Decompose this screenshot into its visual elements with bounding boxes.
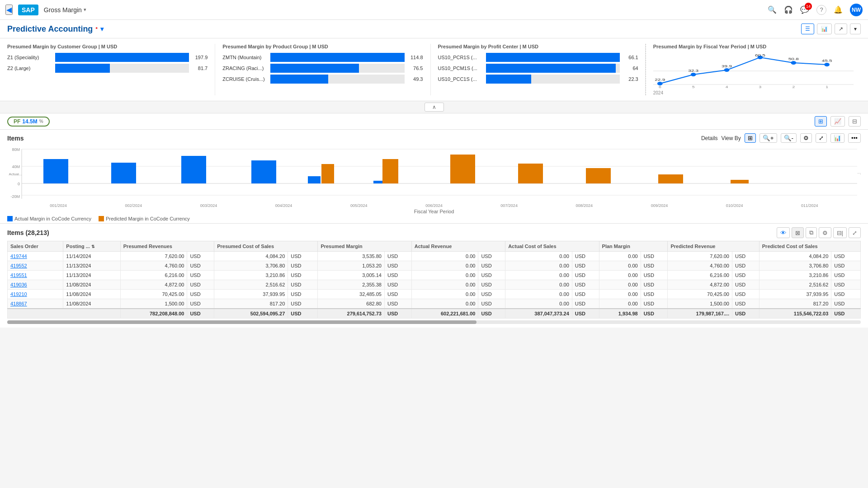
x-axis-labels: 001/2024 002/2024 003/2024 004/2024 005/…	[21, 203, 847, 208]
chat-icon[interactable]: 💬 14	[800, 5, 809, 14]
settings-btn[interactable]: ⚙	[800, 133, 812, 143]
kpi-label: Z2 (Large)	[7, 66, 52, 71]
kpi-bar-row: ZMTN (Mountain) 114.8	[222, 53, 423, 62]
legend-actual-label: Actual Margin in CoCode Currency	[14, 216, 91, 221]
table-row: 419036 11/08/2024 4,872.00 USD 2,516.62 …	[8, 280, 861, 290]
svg-text:-20M: -20M	[10, 194, 20, 199]
settings-btn2[interactable]: ⚙	[819, 227, 831, 238]
visibility-btn[interactable]: 👁	[777, 227, 790, 238]
bar-006-actual	[373, 181, 382, 183]
svg-text:6: 6	[659, 85, 661, 89]
search-icon[interactable]: 🔍	[768, 5, 777, 14]
kpi-label: Z1 (Speciality)	[7, 55, 52, 60]
more-btn[interactable]: •••	[848, 133, 861, 143]
collapse-section: ∧	[0, 101, 868, 113]
svg-text:Predic...: Predic...	[857, 172, 861, 176]
cell-posting: 11/14/2024	[63, 252, 120, 261]
items-filter-row: PF 14.5M % ⊞ 📈 ⊟	[0, 113, 868, 130]
scrollbar-thumb[interactable]	[7, 320, 476, 324]
share-btn[interactable]: ↗	[835, 23, 847, 34]
details-label: Details	[701, 135, 718, 141]
more-options-btn[interactable]: ▾	[850, 23, 861, 34]
chart-view-btn[interactable]: 📊	[817, 23, 832, 34]
svg-text:1: 1	[826, 85, 828, 89]
total-pres-rev: 782,208,848.00	[120, 309, 187, 319]
back-button[interactable]: ◀	[5, 5, 13, 15]
nav-title-chevron[interactable]: ▾	[84, 7, 86, 13]
bell-icon[interactable]: 🔔	[834, 5, 843, 14]
chart-area: 80M 40M 0 -20M 40M 20M 0 -10M	[7, 145, 861, 203]
page-title-dropdown[interactable]: ▾	[100, 25, 104, 33]
legend-actual: Actual Margin in CoCode Currency	[7, 216, 91, 221]
svg-text:0: 0	[18, 182, 20, 186]
table-wrapper[interactable]: Sales Order Posting ... ⇅ Presumed Reven…	[7, 241, 861, 319]
pf-unit: %	[39, 119, 43, 124]
kpi-fiscal-year-title: Presumed Margin by Fiscal Year Period | …	[653, 44, 854, 49]
kpi-bar-container	[270, 64, 404, 73]
kpi-label: ZRACING (Raci...)	[222, 66, 268, 71]
cell-posting: 11/13/2024	[63, 261, 120, 271]
expand-btn[interactable]: ⤢	[816, 133, 827, 143]
kpi-bar-container	[486, 53, 620, 62]
bar-002-actual	[111, 163, 136, 183]
kpi-bar-row: ZCRUISE (Cruis...) 49.3	[222, 75, 423, 84]
order-link[interactable]: 419036	[10, 282, 27, 287]
col-pred-rev: Predicted Revenue	[668, 241, 759, 252]
x-label: 007/2024	[500, 203, 518, 208]
group-btn[interactable]: ⊟|	[833, 227, 847, 238]
order-link[interactable]: 419551	[10, 272, 27, 278]
help-icon[interactable]: ?	[816, 5, 826, 15]
main-chart-svg: 80M 40M 0 -20M 40M 20M 0 -10M	[7, 145, 861, 203]
order-link[interactable]: 418867	[10, 301, 27, 306]
svg-text:4: 4	[725, 85, 728, 89]
table-actions: 👁 ⊠ ⧉ ⚙ ⊟| ⤢	[777, 227, 861, 238]
cell-order[interactable]: 419744	[8, 252, 63, 261]
table-icon-btn[interactable]: ⊞	[745, 133, 756, 143]
cell-pres-margin-cur: USD	[384, 252, 411, 261]
zoom-out-btn[interactable]: 🔍-	[781, 133, 797, 143]
table-view-btn[interactable]: ⊞	[815, 116, 827, 127]
kpi-label: US10_PCR1S (...	[438, 55, 483, 60]
kpi-bar-row: Z2 (Large) 81.7	[7, 64, 208, 73]
kpi-bar-container	[270, 53, 404, 62]
bar-004-actual	[251, 160, 276, 183]
order-link[interactable]: 419744	[10, 253, 27, 259]
cell-pred-rev: 7,620.00	[668, 252, 732, 261]
col-sales-order[interactable]: Sales Order	[8, 241, 63, 252]
kpi-profit-center-title: Presumed Margin by Profit Center | M USD	[438, 44, 638, 49]
x-label: 002/2024	[125, 203, 142, 208]
order-link[interactable]: 419210	[10, 291, 27, 297]
headset-icon[interactable]: 🎧	[784, 5, 793, 14]
chart-view-btn2[interactable]: 📈	[830, 116, 845, 127]
cell-plan-margin-cur: USD	[641, 252, 668, 261]
bar-006-predicted	[382, 159, 398, 183]
cell-order[interactable]: 419552	[8, 261, 63, 271]
grid-view-btn[interactable]: ⊟	[849, 116, 861, 127]
x-label: 008/2024	[576, 203, 593, 208]
data-table: Sales Order Posting ... ⇅ Presumed Reven…	[7, 241, 861, 319]
horizontal-scrollbar[interactable]	[7, 320, 861, 324]
kpi-bar-container	[486, 64, 620, 73]
required-asterisk: *	[95, 26, 97, 32]
bar-009-predicted	[586, 168, 611, 183]
svg-text:32.3: 32.3	[688, 69, 698, 73]
col-act-rev: Actual Revenue	[411, 241, 505, 252]
svg-text:39.9: 39.9	[722, 64, 732, 68]
col-posting[interactable]: Posting ... ⇅	[63, 241, 120, 252]
kpi-bar	[55, 64, 110, 73]
pf-filter-tag[interactable]: PF 14.5M %	[7, 117, 50, 127]
list-view-btn[interactable]: ☰	[801, 23, 814, 34]
chart-type-btn[interactable]: 📊	[830, 133, 844, 143]
cell-act-rev: 0.00	[411, 252, 478, 261]
filter-btn[interactable]: ⊠	[792, 227, 804, 238]
zoom-in-btn[interactable]: 🔍+	[760, 133, 777, 143]
table-section: Items (28,213) 👁 ⊠ ⧉ ⚙ ⊟| ⤢ Sales Order …	[0, 224, 868, 328]
expand-table-btn[interactable]: ⤢	[849, 227, 861, 238]
copy-btn[interactable]: ⧉	[806, 227, 817, 238]
kpi-profit-center: Presumed Margin by Profit Center | M USD…	[431, 44, 646, 95]
kpi-bar-row: Z1 (Speciality) 197.9	[7, 53, 208, 62]
order-link[interactable]: 419552	[10, 263, 27, 268]
table-title: Items (28,213)	[7, 229, 49, 236]
kpi-bar-container	[55, 64, 189, 73]
collapse-button[interactable]: ∧	[425, 103, 444, 112]
